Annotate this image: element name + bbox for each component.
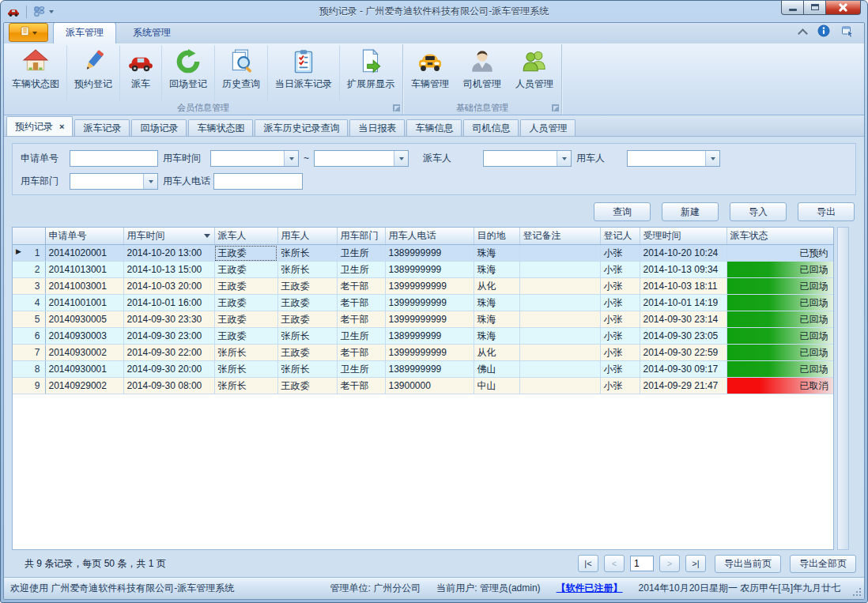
grid-cell[interactable]: 13999999999	[385, 345, 474, 361]
grid-cell-status[interactable]: 已取消	[726, 378, 833, 394]
chevron-down-icon[interactable]	[284, 151, 298, 166]
grid-cell[interactable]: 2014-10-01 14:19	[640, 295, 726, 311]
grid-cell[interactable]: 张所长	[214, 345, 277, 361]
select-all-corner[interactable]	[13, 228, 45, 245]
grid-cell[interactable]: 2014-10-01 16:00	[123, 295, 214, 311]
dispatcher-select[interactable]	[483, 150, 572, 167]
grid-cell[interactable]: 张所长	[277, 361, 337, 378]
column-header[interactable]: 受理时间	[640, 228, 726, 245]
column-header[interactable]: 用车人	[277, 228, 337, 245]
grid-cell-status[interactable]: 已预约	[726, 245, 833, 262]
grid-cell[interactable]	[519, 378, 600, 394]
grid-cell[interactable]: 2014-10-20 10:24	[640, 245, 726, 262]
doc-tab[interactable]: 人员管理	[520, 119, 576, 136]
column-header[interactable]: 目的地	[474, 228, 519, 245]
layout-switch-icon[interactable]	[33, 6, 45, 17]
grid-cell[interactable]	[519, 311, 600, 328]
page-number-input[interactable]	[630, 556, 654, 571]
query-button[interactable]: 查询	[594, 202, 651, 221]
next-page-button[interactable]: >	[659, 555, 680, 572]
grid-cell[interactable]: 珠海	[474, 262, 519, 278]
use-time-to-select[interactable]	[314, 150, 409, 167]
grid-cell[interactable]: 13999999999	[385, 295, 474, 311]
export-current-page-button[interactable]: 导出当前页	[715, 555, 781, 573]
grid-cell-status[interactable]: 已回场	[726, 328, 833, 345]
grid-cell[interactable]: 王政委	[214, 262, 277, 278]
column-header[interactable]: 用车人电话	[385, 228, 474, 245]
dialog-launcher-icon[interactable]	[552, 104, 559, 111]
grid-cell[interactable]: 2014-09-30 20:00	[123, 361, 214, 378]
grid-cell[interactable]: 20141003001	[45, 278, 123, 295]
grid-cell[interactable]: 小张	[600, 311, 640, 328]
grid-cell[interactable]: 1389999999	[385, 245, 474, 262]
grid-cell[interactable]: 王政委	[214, 278, 277, 295]
ribbon-button[interactable]: 司机管理	[456, 45, 508, 101]
column-header[interactable]: 派车人	[214, 228, 277, 245]
grid-cell[interactable]: 小张	[600, 328, 640, 345]
chevron-down-icon[interactable]	[143, 174, 157, 189]
grid-cell[interactable]: 从化	[474, 278, 519, 295]
minimize-button[interactable]	[781, 0, 804, 15]
close-button[interactable]	[825, 0, 861, 15]
grid-cell[interactable]: 王政委	[277, 311, 337, 328]
grid-cell[interactable]: 张所长	[277, 262, 337, 278]
column-header[interactable]: 用车时间	[123, 228, 214, 245]
skin-style-icon[interactable]	[841, 24, 855, 40]
row-header[interactable]: 9	[13, 378, 45, 394]
grid-cell[interactable]: 1389999999	[385, 361, 474, 378]
new-button[interactable]: 新建	[662, 202, 719, 221]
grid-cell[interactable]: 20140930005	[45, 311, 123, 328]
grid-cell[interactable]: 王政委	[214, 245, 277, 262]
grid-cell[interactable]: 小张	[600, 245, 640, 262]
grid-cell[interactable]: 小张	[600, 278, 640, 295]
grid-cell[interactable]	[519, 295, 600, 311]
grid-cell[interactable]: 卫生所	[337, 328, 385, 345]
grid-cell[interactable]: 卫生所	[337, 262, 385, 278]
grid-cell-status[interactable]: 已回场	[726, 361, 833, 378]
grid-cell[interactable]: 珠海	[474, 295, 519, 311]
grid-cell[interactable]: 2014-09-30 09:17	[640, 361, 726, 378]
grid-cell[interactable]: 王政委	[214, 311, 277, 328]
grid-cell[interactable]	[519, 245, 600, 262]
license-link[interactable]: 【软件已注册】	[557, 582, 623, 595]
dialog-launcher-icon[interactable]	[393, 104, 400, 111]
grid-cell[interactable]: 20141001001	[45, 295, 123, 311]
grid-cell[interactable]	[519, 328, 600, 345]
grid-cell[interactable]: 20140930002	[45, 345, 123, 361]
chevron-down-icon[interactable]	[394, 151, 408, 166]
ribbon-button[interactable]: 历史查询	[215, 45, 268, 101]
doc-tab[interactable]: 车辆信息	[406, 119, 462, 136]
grid-cell[interactable]: 中山	[474, 378, 519, 394]
grid-cell[interactable]: 20140930001	[45, 361, 123, 378]
row-header[interactable]: 5	[13, 311, 45, 328]
doc-tab[interactable]: 当日报表	[349, 119, 405, 136]
grid-cell[interactable]	[519, 361, 600, 378]
ribbon-button[interactable]: 派车	[120, 45, 162, 101]
grid-cell[interactable]: 张所长	[214, 378, 277, 394]
grid-cell[interactable]: 2014-09-29 21:47	[640, 378, 726, 394]
grid-cell[interactable]: 小张	[600, 262, 640, 278]
grid-cell[interactable]: 2014-10-03 20:00	[123, 278, 214, 295]
column-header[interactable]: 登记人	[600, 228, 640, 245]
grid-cell[interactable]: 张所长	[214, 361, 277, 378]
grid-cell[interactable]	[519, 345, 600, 361]
export-button[interactable]: 导出	[798, 202, 855, 221]
grid-cell[interactable]: 2014-09-30 22:00	[123, 345, 214, 361]
doc-tab[interactable]: 回场记录	[131, 119, 187, 136]
chevron-down-icon[interactable]	[557, 151, 571, 166]
grid-cell[interactable]: 20141013001	[45, 262, 123, 278]
vertical-scrollbar[interactable]	[837, 227, 849, 550]
grid-cell[interactable]: 20141020001	[45, 245, 123, 262]
doc-tab[interactable]: 司机信息	[463, 119, 519, 136]
doc-tab[interactable]: 预约记录×	[6, 116, 73, 136]
application-no-input[interactable]	[70, 150, 158, 167]
grid-cell[interactable]: 卫生所	[337, 245, 385, 262]
grid-cell[interactable]: 2014-09-30 23:00	[123, 328, 214, 345]
grid-cell[interactable]: 2014-10-13 15:00	[123, 262, 214, 278]
grid-cell[interactable]: 老干部	[337, 378, 385, 394]
grid-cell[interactable]: 小张	[600, 378, 640, 394]
grid-cell[interactable]: 2014-10-03 18:11	[640, 278, 726, 295]
doc-tab[interactable]: 派车历史记录查询	[255, 119, 348, 136]
grid-cell[interactable]: 小张	[600, 295, 640, 311]
grid-cell-status[interactable]: 已回场	[726, 345, 833, 361]
